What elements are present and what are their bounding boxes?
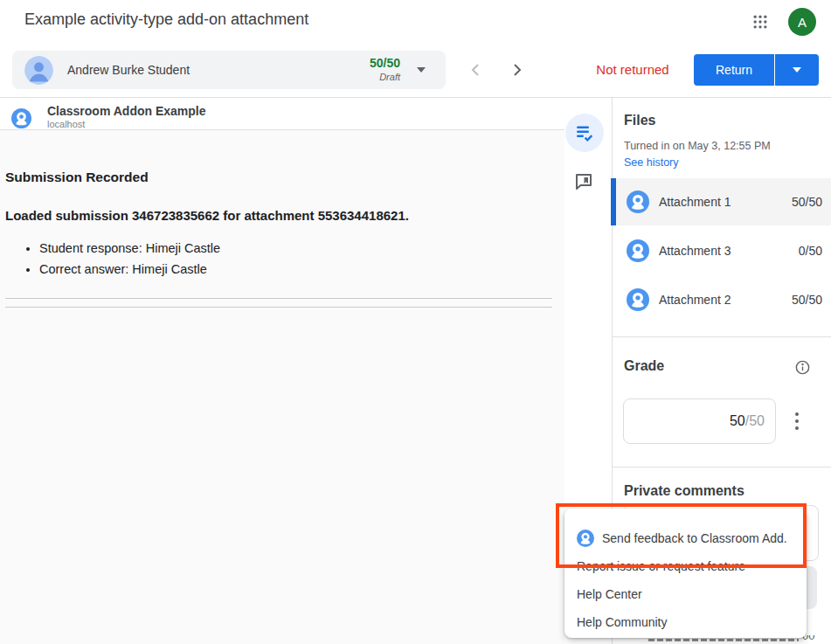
attachment-row[interactable]: Attachment 1 50/50 <box>613 178 831 225</box>
attachment-score: 50/50 <box>792 195 822 209</box>
content-bullet-list: Student response: Himeji Castle Correct … <box>22 241 529 283</box>
grade-info-button[interactable] <box>794 359 811 376</box>
grade-state: Draft <box>348 72 400 82</box>
addon-logo-icon <box>11 108 31 128</box>
kebab-icon <box>795 412 799 416</box>
horizontal-rule <box>5 298 552 299</box>
addon-iframe-background <box>0 129 564 644</box>
help-menu: Send feedback to Classroom Add. Report i… <box>564 509 807 638</box>
attachment-name: Attachment 2 <box>659 293 731 307</box>
chevron-down-icon <box>417 67 426 73</box>
addon-title: Classroom Addon Example <box>47 104 206 118</box>
grade-max: /50 <box>745 413 765 429</box>
grade-overflow-menu-button[interactable] <box>791 409 803 433</box>
grading-icon <box>574 122 595 143</box>
previous-student-button[interactable] <box>465 59 486 80</box>
account-avatar[interactable]: A <box>788 8 816 36</box>
return-status: Not returned <box>577 62 689 77</box>
attachment-row[interactable]: Attachment 2 50/50 <box>613 276 831 323</box>
student-avatar-icon <box>24 56 53 85</box>
comment-bookmark-icon <box>573 171 594 192</box>
menu-item-label: Help Center <box>577 580 642 608</box>
files-title: Files <box>624 113 655 128</box>
page-title: Example activity-type add-on attachment <box>24 10 308 29</box>
see-history-link[interactable]: See history <box>624 156 679 169</box>
grade-input[interactable]: 50/50 <box>623 398 776 444</box>
attachment-score: 50/50 <box>792 293 822 307</box>
addon-attachment-icon <box>627 239 649 262</box>
content-heading: Submission Recorded <box>5 170 149 185</box>
next-student-button[interactable] <box>507 59 528 80</box>
list-item: Correct answer: Himeji Castle <box>39 262 529 276</box>
clipped-line <box>648 639 799 641</box>
student-name: Andrew Burke Student <box>67 63 190 77</box>
avatar-letter: A <box>798 15 807 30</box>
addon-subtitle: localhost <box>47 119 85 129</box>
menu-item-report-issue[interactable]: Report issue or request feature <box>564 552 807 580</box>
menu-item-label: Report issue or request feature <box>577 552 745 580</box>
attachment-row[interactable]: Attachment 3 0/50 <box>613 227 831 274</box>
clipped-text: 00 <box>802 635 814 642</box>
attachment-name: Attachment 1 <box>659 195 731 209</box>
grade-value: 50 <box>730 413 745 429</box>
divider <box>613 336 831 337</box>
return-button[interactable]: Return <box>694 54 774 86</box>
bullet-text: Correct answer: Himeji Castle <box>39 262 207 276</box>
grading-tab-button[interactable] <box>565 114 604 152</box>
attachment-name: Attachment 3 <box>659 244 731 258</box>
chevron-down-icon <box>793 67 801 73</box>
student-grade: 50/50 <box>348 56 400 70</box>
attachment-score: 0/50 <box>799 244 822 258</box>
menu-item-send-feedback[interactable]: Send feedback to Classroom Add. <box>564 524 807 552</box>
addon-logo-icon <box>577 530 594 547</box>
menu-item-label: Send feedback to Classroom Add. <box>602 524 787 552</box>
apps-grid-icon <box>751 13 769 31</box>
horizontal-rule <box>5 307 552 308</box>
addon-attachment-icon <box>627 288 649 311</box>
turned-in-status: Turned in on May 3, 12:55 PM <box>624 140 771 152</box>
return-dropdown-button[interactable] <box>775 54 819 86</box>
private-comments-title: Private comments <box>624 483 744 499</box>
content-line: Loaded submission 346723835662 for attac… <box>5 208 409 223</box>
list-item: Student response: Himeji Castle <box>39 241 529 255</box>
apps-grid-button[interactable] <box>748 10 772 34</box>
divider <box>613 467 831 467</box>
addon-attachment-icon <box>627 190 649 213</box>
grade-title: Grade <box>624 358 664 374</box>
menu-item-help-center[interactable]: Help Center <box>564 580 807 608</box>
selected-indicator-bar <box>611 178 616 225</box>
comment-bank-button[interactable] <box>573 171 594 192</box>
menu-item-label: Help Community <box>577 608 667 636</box>
menu-item-help-community[interactable]: Help Community <box>564 608 807 636</box>
info-icon <box>794 359 811 376</box>
bullet-text: Student response: Himeji Castle <box>39 241 220 255</box>
